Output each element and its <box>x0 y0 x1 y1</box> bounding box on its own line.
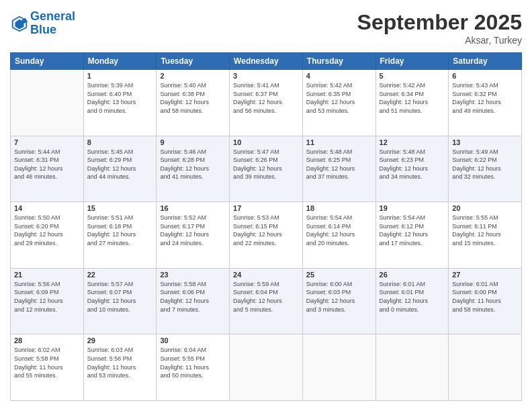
table-cell <box>449 334 522 401</box>
month-title: September 2025 <box>357 10 522 35</box>
col-monday: Monday <box>83 53 157 70</box>
day-info: Sunrise: 5:42 AM Sunset: 6:35 PM Dayligh… <box>306 81 372 115</box>
table-cell: 9Sunrise: 5:46 AM Sunset: 6:28 PM Daylig… <box>157 136 230 202</box>
day-number: 22 <box>87 271 153 279</box>
day-number: 14 <box>14 204 80 212</box>
day-info: Sunrise: 5:45 AM Sunset: 6:29 PM Dayligh… <box>87 148 153 181</box>
day-number: 30 <box>160 336 226 345</box>
day-info: Sunrise: 6:01 AM Sunset: 6:00 PM Dayligh… <box>452 280 518 314</box>
day-info: Sunrise: 5:39 AM Sunset: 6:40 PM Dayligh… <box>87 81 153 115</box>
table-cell: 2Sunrise: 5:40 AM Sunset: 6:38 PM Daylig… <box>157 70 230 136</box>
table-cell: 18Sunrise: 5:54 AM Sunset: 6:14 PM Dayli… <box>302 202 375 269</box>
calendar-header-row: Sunday Monday Tuesday Wednesday Thursday… <box>11 53 522 70</box>
day-number: 25 <box>306 271 372 279</box>
day-info: Sunrise: 5:50 AM Sunset: 6:20 PM Dayligh… <box>14 214 80 247</box>
day-number: 21 <box>14 271 80 279</box>
day-info: Sunrise: 5:54 AM Sunset: 6:12 PM Dayligh… <box>380 214 445 247</box>
day-info: Sunrise: 5:53 AM Sunset: 6:15 PM Dayligh… <box>233 214 299 247</box>
logo-icon <box>10 14 29 33</box>
table-cell: 12Sunrise: 5:48 AM Sunset: 6:23 PM Dayli… <box>375 136 449 202</box>
col-wednesday: Wednesday <box>230 53 303 70</box>
day-number: 20 <box>452 204 518 212</box>
day-info: Sunrise: 6:00 AM Sunset: 6:03 PM Dayligh… <box>306 280 372 314</box>
day-number: 7 <box>14 138 80 146</box>
table-cell: 5Sunrise: 5:42 AM Sunset: 6:34 PM Daylig… <box>375 70 449 136</box>
table-cell: 22Sunrise: 5:57 AM Sunset: 6:07 PM Dayli… <box>83 268 157 334</box>
table-cell: 16Sunrise: 5:52 AM Sunset: 6:17 PM Dayli… <box>157 202 230 269</box>
day-info: Sunrise: 5:55 AM Sunset: 6:11 PM Dayligh… <box>452 214 518 247</box>
day-info: Sunrise: 6:01 AM Sunset: 6:01 PM Dayligh… <box>380 280 445 314</box>
logo-blue: Blue <box>30 23 56 36</box>
table-cell: 20Sunrise: 5:55 AM Sunset: 6:11 PM Dayli… <box>449 202 522 269</box>
table-cell: 1Sunrise: 5:39 AM Sunset: 6:40 PM Daylig… <box>83 70 157 136</box>
day-number: 23 <box>160 271 226 279</box>
day-number: 8 <box>87 138 153 146</box>
day-number: 4 <box>306 72 372 80</box>
day-info: Sunrise: 5:51 AM Sunset: 6:18 PM Dayligh… <box>87 214 153 247</box>
day-number: 11 <box>306 138 372 146</box>
day-info: Sunrise: 5:52 AM Sunset: 6:17 PM Dayligh… <box>160 214 226 247</box>
table-cell: 28Sunrise: 6:02 AM Sunset: 5:58 PM Dayli… <box>11 334 84 401</box>
day-number: 26 <box>380 271 445 279</box>
table-cell: 3Sunrise: 5:41 AM Sunset: 6:37 PM Daylig… <box>230 70 303 136</box>
day-info: Sunrise: 5:44 AM Sunset: 6:31 PM Dayligh… <box>14 148 80 181</box>
table-cell: 24Sunrise: 5:59 AM Sunset: 6:04 PM Dayli… <box>230 268 303 334</box>
table-cell: 13Sunrise: 5:49 AM Sunset: 6:22 PM Dayli… <box>449 136 522 202</box>
table-cell: 10Sunrise: 5:47 AM Sunset: 6:26 PM Dayli… <box>230 136 303 202</box>
day-info: Sunrise: 5:57 AM Sunset: 6:07 PM Dayligh… <box>87 280 153 314</box>
day-info: Sunrise: 5:48 AM Sunset: 6:23 PM Dayligh… <box>380 148 445 181</box>
day-info: Sunrise: 5:58 AM Sunset: 6:06 PM Dayligh… <box>160 280 226 314</box>
calendar-week-row: 28Sunrise: 6:02 AM Sunset: 5:58 PM Dayli… <box>11 334 522 401</box>
day-number: 19 <box>380 204 445 212</box>
day-number: 28 <box>14 336 80 345</box>
table-cell: 4Sunrise: 5:42 AM Sunset: 6:35 PM Daylig… <box>302 70 375 136</box>
table-cell: 11Sunrise: 5:48 AM Sunset: 6:25 PM Dayli… <box>302 136 375 202</box>
day-number: 10 <box>233 138 299 146</box>
table-cell <box>230 334 303 401</box>
day-info: Sunrise: 5:56 AM Sunset: 6:09 PM Dayligh… <box>14 280 80 314</box>
calendar-table: Sunday Monday Tuesday Wednesday Thursday… <box>10 52 522 401</box>
day-number: 1 <box>87 72 153 80</box>
day-number: 6 <box>452 72 518 80</box>
calendar-week-row: 1Sunrise: 5:39 AM Sunset: 6:40 PM Daylig… <box>11 70 522 136</box>
table-cell: 7Sunrise: 5:44 AM Sunset: 6:31 PM Daylig… <box>11 136 84 202</box>
table-cell: 15Sunrise: 5:51 AM Sunset: 6:18 PM Dayli… <box>83 202 157 269</box>
table-cell: 19Sunrise: 5:54 AM Sunset: 6:12 PM Dayli… <box>375 202 449 269</box>
table-cell: 8Sunrise: 5:45 AM Sunset: 6:29 PM Daylig… <box>83 136 157 202</box>
calendar-week-row: 14Sunrise: 5:50 AM Sunset: 6:20 PM Dayli… <box>11 202 522 269</box>
header: General Blue September 2025 Aksar, Turke… <box>10 10 522 46</box>
day-number: 29 <box>87 336 153 345</box>
table-cell: 26Sunrise: 6:01 AM Sunset: 6:01 PM Dayli… <box>375 268 449 334</box>
logo: General Blue <box>10 10 75 37</box>
day-number: 5 <box>380 72 445 80</box>
table-cell: 6Sunrise: 5:43 AM Sunset: 6:32 PM Daylig… <box>449 70 522 136</box>
day-info: Sunrise: 5:40 AM Sunset: 6:38 PM Dayligh… <box>160 81 226 115</box>
day-info: Sunrise: 6:02 AM Sunset: 5:58 PM Dayligh… <box>14 346 80 379</box>
day-number: 27 <box>452 271 518 279</box>
location: Aksar, Turkey <box>357 35 522 46</box>
calendar-week-row: 21Sunrise: 5:56 AM Sunset: 6:09 PM Dayli… <box>11 268 522 334</box>
day-info: Sunrise: 5:42 AM Sunset: 6:34 PM Dayligh… <box>380 81 445 115</box>
day-info: Sunrise: 5:49 AM Sunset: 6:22 PM Dayligh… <box>452 148 518 181</box>
col-thursday: Thursday <box>302 53 375 70</box>
col-sunday: Sunday <box>11 53 84 70</box>
day-number: 24 <box>233 271 299 279</box>
col-saturday: Saturday <box>449 53 522 70</box>
table-cell: 23Sunrise: 5:58 AM Sunset: 6:06 PM Dayli… <box>157 268 230 334</box>
day-info: Sunrise: 6:04 AM Sunset: 5:55 PM Dayligh… <box>160 346 226 379</box>
day-number: 9 <box>160 138 226 146</box>
day-number: 12 <box>380 138 445 146</box>
table-cell: 30Sunrise: 6:04 AM Sunset: 5:55 PM Dayli… <box>157 334 230 401</box>
day-number: 2 <box>160 72 226 80</box>
day-info: Sunrise: 5:47 AM Sunset: 6:26 PM Dayligh… <box>233 148 299 181</box>
day-number: 17 <box>233 204 299 212</box>
day-info: Sunrise: 5:48 AM Sunset: 6:25 PM Dayligh… <box>306 148 372 181</box>
day-info: Sunrise: 5:59 AM Sunset: 6:04 PM Dayligh… <box>233 280 299 314</box>
table-cell: 14Sunrise: 5:50 AM Sunset: 6:20 PM Dayli… <box>11 202 84 269</box>
logo-general: General <box>30 9 75 23</box>
table-cell <box>375 334 449 401</box>
table-cell: 25Sunrise: 6:00 AM Sunset: 6:03 PM Dayli… <box>302 268 375 334</box>
day-number: 15 <box>87 204 153 212</box>
day-info: Sunrise: 5:54 AM Sunset: 6:14 PM Dayligh… <box>306 214 372 247</box>
table-cell <box>11 70 84 136</box>
